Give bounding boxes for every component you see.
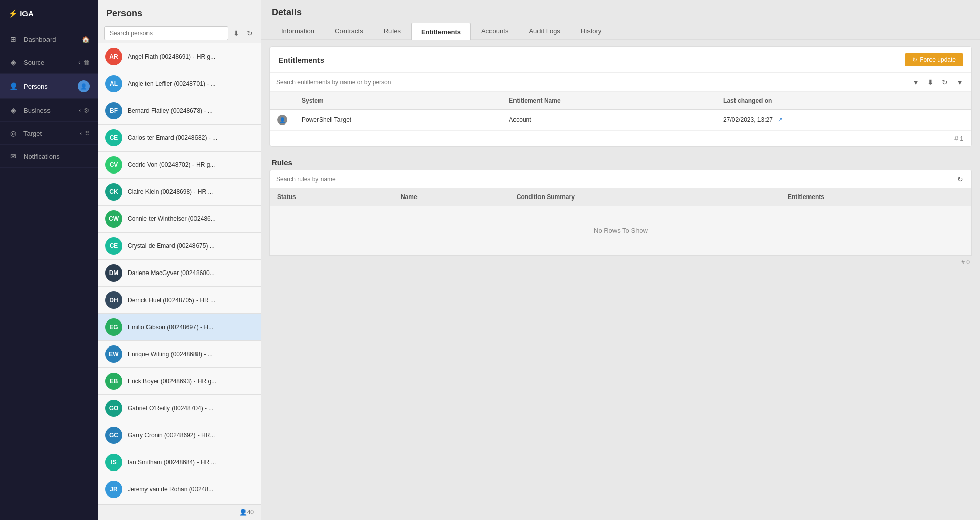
avatar: CK [105, 183, 122, 201]
persons-title: Persons [98, 0, 261, 23]
source-icon: ◈ [8, 57, 18, 67]
search-persons-input[interactable] [104, 26, 228, 40]
list-item[interactable]: DH Derrick Huel (00248705) - HR ... [98, 287, 261, 314]
tab-information[interactable]: Information [272, 22, 324, 39]
tab-contracts[interactable]: Contracts [325, 22, 373, 39]
col-system-header: System [295, 92, 502, 110]
rules-search-input[interactable] [276, 176, 955, 183]
col-last-changed-header: Last changed on [716, 92, 956, 110]
list-item[interactable]: CE Crystal de Emard (00248675) ... [98, 233, 261, 260]
list-item[interactable]: JR Jeremy van de Rohan (00248... [98, 476, 261, 503]
person-name: Carlos ter Emard (00248682) - ... [128, 134, 217, 141]
avatar: AR [105, 48, 122, 65]
entitlements-toolbar: ▼ ⬇ ↻ ▼ [910, 77, 965, 87]
list-item[interactable]: AL Angie ten Leffler (00248701) - ... [98, 70, 261, 97]
list-item[interactable]: CE Carlos ter Emard (00248682) - ... [98, 125, 261, 152]
list-item[interactable]: CK Claire Klein (00248698) - HR ... [98, 179, 261, 206]
refresh-button[interactable]: ↻ [940, 77, 950, 87]
tab-accounts[interactable]: Accounts [472, 22, 518, 39]
person-name: Claire Klein (00248698) - HR ... [128, 188, 213, 195]
persons-search-bar: ⬇ ↻ [98, 23, 261, 43]
entitlements-table: System Entitlement Name Last changed on … [270, 92, 971, 131]
avatar: AL [105, 75, 122, 92]
list-item[interactable]: CV Cedric Von (00248702) - HR g... [98, 152, 261, 179]
rules-refresh-button[interactable]: ↻ [955, 174, 965, 184]
list-item[interactable]: EW Enrique Witting (00248688) - ... [98, 341, 261, 368]
tab-history[interactable]: History [571, 22, 611, 39]
expand-button[interactable]: ▼ [954, 77, 965, 87]
row-actions-cell [956, 110, 971, 131]
filter-button[interactable]: ▼ [910, 77, 921, 87]
sidebar-item-label: Business [23, 107, 51, 114]
list-item[interactable]: EG Emilio Gibson (00248697) - H... [98, 314, 261, 341]
tab-audit-logs[interactable]: Audit Logs [519, 22, 570, 39]
row-entitlement-name-cell: Account [502, 110, 716, 131]
sidebar-item-source[interactable]: ◈ Source ‹ 🗑 [0, 51, 98, 74]
persons-count-icon: 👤 [239, 509, 247, 516]
sidebar-item-business[interactable]: ◈ Business ‹ ⚙ [0, 99, 98, 122]
persons-footer: 👤 40 [98, 504, 261, 520]
settings-icon[interactable]: ⚙ [84, 107, 90, 114]
list-item[interactable]: CW Connie ter Wintheiser (002486... [98, 206, 261, 233]
avatar: DM [105, 264, 122, 282]
col-icon-header [270, 92, 295, 110]
list-item[interactable]: DM Darlene MacGyver (00248680... [98, 260, 261, 287]
persons-list: AR Angel Rath (00248691) - HR g... AL An… [98, 43, 261, 504]
sidebar-item-target[interactable]: ◎ Target ‹ ⠿ [0, 122, 98, 145]
delete-icon[interactable]: 🗑 [83, 59, 90, 66]
entitlements-section: Entitlements ↻ Force update ▼ ⬇ ↻ ▼ [270, 46, 972, 147]
app-logo: ⚡ IGA [0, 0, 98, 28]
business-icon: ◈ [8, 105, 18, 115]
tab-rules[interactable]: Rules [374, 22, 410, 39]
list-item[interactable]: AR Angel Rath (00248691) - HR g... [98, 43, 261, 70]
details-panel: Details Information Contracts Rules Enti… [261, 0, 980, 520]
entitlements-footer: # 1 [270, 131, 971, 146]
download-persons-button[interactable]: ⬇ [231, 27, 241, 39]
list-item[interactable]: IS Ian Smitham (00248684) - HR ... [98, 449, 261, 476]
external-link-icon[interactable]: ↗ [778, 116, 783, 123]
sidebar-item-label: Target [23, 130, 42, 137]
sidebar-item-persons[interactable]: 👤 Persons 👤 [0, 74, 98, 99]
download-button[interactable]: ⬇ [925, 77, 936, 87]
list-item[interactable]: EB Erick Boyer (00248693) - HR g... [98, 368, 261, 395]
persons-icon: 👤 [8, 81, 18, 91]
refresh-icon: ↻ [912, 56, 917, 63]
avatar: IS [105, 454, 122, 471]
person-name: Garry Cronin (00248692) - HR... [128, 432, 215, 439]
no-rows-message: No Rows To Show [270, 206, 971, 255]
sidebar: ⚡ IGA ⊞ Dashboard 🏠 ◈ Source ‹ 🗑 👤 Perso… [0, 0, 98, 520]
list-item[interactable]: JK Justin Konopelski (00248668) ... [98, 503, 261, 504]
persons-panel: Persons ⬇ ↻ AR Angel Rath (00248691) - H… [98, 0, 261, 520]
avatar: EG [105, 318, 122, 336]
person-name: Cedric Von (00248702) - HR g... [128, 161, 215, 168]
list-item[interactable]: BF Bernard Flatley (00248678) - ... [98, 97, 261, 125]
sidebar-item-label: Source [23, 59, 44, 66]
sidebar-item-notifications[interactable]: ✉ Notifications [0, 145, 98, 168]
person-name: Jeremy van de Rohan (00248... [128, 486, 213, 493]
details-content: Entitlements ↻ Force update ▼ ⬇ ↻ ▼ [261, 40, 980, 520]
tab-entitlements[interactable]: Entitlements [411, 23, 471, 40]
avatar: CE [105, 237, 122, 255]
entitlements-search-input[interactable] [276, 79, 910, 86]
sidebar-item-dashboard[interactable]: ⊞ Dashboard 🏠 [0, 28, 98, 51]
list-item[interactable]: GO Gabriel O'Reilly (00248704) - ... [98, 395, 261, 422]
col-actions-header [956, 92, 971, 110]
avatar: BF [105, 102, 122, 119]
persons-count: 40 [247, 509, 254, 516]
grid-icon[interactable]: ⠿ [85, 130, 90, 137]
row-system-cell: PowerShell Target [295, 110, 502, 131]
person-name: Emilio Gibson (00248697) - H... [128, 324, 213, 331]
chevron-left-icon: ‹ [80, 130, 82, 136]
force-update-button[interactable]: ↻ Force update [905, 53, 963, 66]
entitlements-search-bar: ▼ ⬇ ↻ ▼ [270, 73, 971, 92]
col-entitlements-header: Entitlements [780, 188, 971, 206]
sidebar-item-label: Persons [23, 83, 48, 90]
avatar: DH [105, 291, 122, 309]
refresh-persons-button[interactable]: ↻ [244, 27, 255, 39]
rules-title: Rules [270, 153, 972, 170]
avatar: CV [105, 156, 122, 174]
force-update-label: Force update [920, 56, 956, 63]
table-row[interactable]: 👤 PowerShell Target Account 27/02/2023, … [270, 110, 971, 131]
details-title: Details [261, 0, 980, 18]
list-item[interactable]: GC Garry Cronin (00248692) - HR... [98, 422, 261, 449]
